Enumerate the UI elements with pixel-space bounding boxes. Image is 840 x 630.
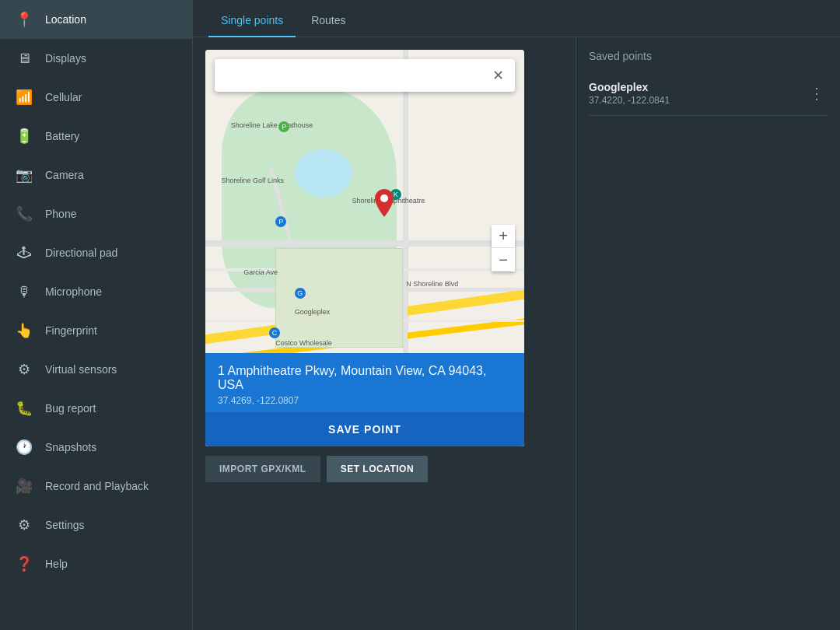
map-container: Shoreline Lake BoathouseShoreline Golf L…	[205, 50, 524, 446]
virtual-sensors-icon: ⚙	[16, 361, 33, 378]
fingerprint-icon: 👆	[16, 322, 33, 339]
location-icon: 📍	[16, 11, 33, 28]
sidebar-label-fingerprint: Fingerprint	[45, 324, 97, 337]
camera-icon: 📷	[16, 166, 33, 184]
save-point-button[interactable]: SAVE POINT	[205, 412, 524, 446]
saved-points-title: Saved points	[589, 50, 828, 62]
address-bar: 1 Amphitheatre Pkwy, Mountain View, CA 9…	[205, 353, 524, 412]
dpad-icon: 🕹	[16, 244, 33, 261]
sidebar-label-dpad: Directional pad	[45, 247, 117, 259]
cellular-icon: 📶	[16, 89, 33, 106]
sidebar-item-cellular[interactable]: 📶 Cellular	[0, 78, 192, 117]
sidebar-item-displays[interactable]: 🖥 Displays	[0, 39, 192, 78]
sidebar-label-record-playback: Record and Playback	[45, 480, 149, 492]
search-bar: 1 Amphitheatre Pkwy, Mountain Vie ✕	[215, 59, 515, 92]
bug-report-icon: 🐛	[16, 400, 33, 417]
sidebar-label-camera: Camera	[45, 169, 84, 181]
poi-boathouse: P	[278, 121, 289, 132]
search-input[interactable]: 1 Amphitheatre Pkwy, Mountain Vie	[226, 69, 486, 82]
location-pin	[375, 189, 394, 220]
set-location-button[interactable]: SET LOCATION	[327, 456, 428, 482]
sidebar-item-settings[interactable]: ⚙ Settings	[0, 506, 192, 544]
address-overlay: 1 Amphitheatre Pkwy, Mountain View, CA 9…	[205, 353, 524, 446]
sidebar-label-virtual-sensors: Virtual sensors	[45, 363, 117, 376]
sidebar-item-microphone[interactable]: 🎙 Microphone	[0, 272, 192, 311]
sidebar-item-phone[interactable]: 📞 Phone	[0, 194, 192, 233]
zoom-controls: + −	[492, 225, 515, 271]
content-area: Shoreline Lake BoathouseShoreline Golf L…	[193, 37, 840, 630]
road-h1	[205, 240, 524, 247]
saved-point-info: Googleplex 37.4220, -122.0841	[589, 81, 670, 106]
poi-costco: C	[269, 327, 280, 338]
poi-googleplex: G	[295, 288, 306, 299]
bottom-buttons: IMPORT GPX/KML SET LOCATION	[205, 456, 563, 482]
battery-icon: 🔋	[16, 128, 33, 145]
zoom-out-button[interactable]: −	[492, 248, 515, 271]
map-panel: Shoreline Lake BoathouseShoreline Golf L…	[193, 37, 576, 630]
tab-single-points[interactable]: Single points	[208, 5, 296, 37]
import-gpx-button[interactable]: IMPORT GPX/KML	[205, 456, 320, 482]
sidebar-label-settings: Settings	[45, 519, 85, 531]
sidebar-item-battery[interactable]: 🔋 Battery	[0, 117, 192, 156]
snapshots-icon: 🕐	[16, 439, 33, 456]
sidebar-label-location: Location	[45, 13, 86, 26]
sidebar-item-location[interactable]: 📍 Location	[0, 0, 192, 39]
sidebar-label-microphone: Microphone	[45, 285, 102, 298]
microphone-icon: 🎙	[16, 283, 33, 300]
sidebar-item-help[interactable]: ❓ Help	[0, 544, 192, 583]
displays-icon: 🖥	[16, 50, 33, 67]
record-playback-icon: 🎥	[16, 478, 33, 495]
phone-icon: 📞	[16, 205, 33, 222]
tabs-bar: Single pointsRoutes	[193, 0, 840, 37]
sidebar-label-snapshots: Snapshots	[45, 441, 96, 453]
saved-point-item[interactable]: Googleplex 37.4220, -122.0841 ⋮	[589, 72, 828, 116]
sidebar-item-fingerprint[interactable]: 👆 Fingerprint	[0, 311, 192, 350]
sidebar-item-snapshots[interactable]: 🕐 Snapshots	[0, 428, 192, 467]
sidebar-label-bug-report: Bug report	[45, 402, 96, 415]
sidebar: 📍 Location 🖥 Displays 📶 Cellular 🔋 Batte…	[0, 0, 193, 630]
sidebar-label-cellular: Cellular	[45, 91, 82, 103]
sidebar-item-camera[interactable]: 📷 Camera	[0, 156, 192, 194]
sidebar-label-help: Help	[45, 558, 68, 570]
map-lake	[295, 149, 352, 197]
campus-area	[275, 248, 403, 348]
svg-point-0	[380, 194, 388, 202]
sidebar-label-displays: Displays	[45, 52, 86, 65]
settings-icon: ⚙	[16, 516, 33, 534]
sidebar-label-phone: Phone	[45, 208, 76, 220]
sidebar-item-dpad[interactable]: 🕹 Directional pad	[0, 233, 192, 272]
saved-points-panel: Saved points Googleplex 37.4220, -122.08…	[576, 37, 840, 630]
saved-items-list: Googleplex 37.4220, -122.0841 ⋮	[589, 72, 828, 116]
sidebar-item-bug-report[interactable]: 🐛 Bug report	[0, 389, 192, 428]
saved-point-coords: 37.4220, -122.0841	[589, 95, 670, 106]
help-icon: ❓	[16, 555, 33, 572]
saved-point-name: Googleplex	[589, 81, 670, 93]
main-content: Single pointsRoutes	[193, 0, 840, 630]
saved-point-more-button[interactable]: ⋮	[806, 81, 828, 106]
sidebar-item-virtual-sensors[interactable]: ⚙ Virtual sensors	[0, 350, 192, 389]
sidebar-label-battery: Battery	[45, 130, 79, 142]
address-text: 1 Amphitheatre Pkwy, Mountain View, CA 9…	[218, 364, 512, 392]
close-icon[interactable]: ✕	[492, 67, 504, 84]
sidebar-item-record-playback[interactable]: 🎥 Record and Playback	[0, 467, 192, 506]
zoom-in-button[interactable]: +	[492, 225, 515, 248]
tab-routes[interactable]: Routes	[299, 5, 358, 37]
address-coords: 37.4269, -122.0807	[218, 395, 512, 406]
